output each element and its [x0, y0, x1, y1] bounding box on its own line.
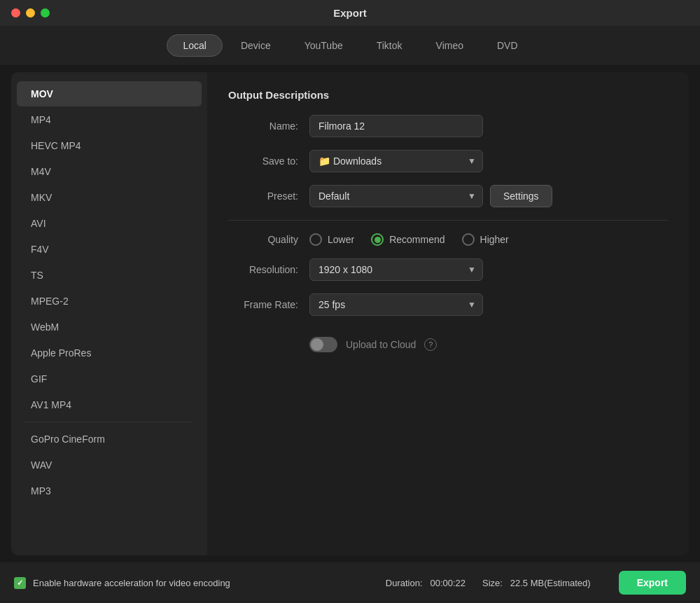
- settings-button[interactable]: Settings: [490, 185, 552, 207]
- duration-info: Duration: 00:00:22: [386, 578, 465, 588]
- tab-bar: Local Device YouTube Tiktok Vimeo DVD: [0, 26, 700, 65]
- sidebar-item-mp3[interactable]: MP3: [17, 478, 202, 504]
- preset-label: Preset:: [228, 190, 298, 202]
- tab-device[interactable]: Device: [225, 34, 286, 57]
- frame-rate-row: Frame Rate: 25 fps ▼: [228, 293, 668, 316]
- sidebar-item-gif[interactable]: GIF: [17, 366, 202, 391]
- separator-1: [228, 220, 668, 221]
- sidebar-item-gopro[interactable]: GoPro CineForm: [17, 427, 202, 452]
- minimize-button[interactable]: [26, 8, 35, 18]
- quality-recommend-radio-fill: [374, 237, 381, 243]
- sidebar-item-webm[interactable]: WebM: [17, 314, 202, 340]
- checkmark-icon: ✓: [17, 578, 23, 588]
- frame-rate-select[interactable]: 25 fps: [309, 293, 483, 316]
- frame-rate-select-wrapper: 25 fps ▼: [309, 293, 483, 316]
- resolution-label: Resolution:: [228, 264, 298, 275]
- resolution-select[interactable]: 1920 x 1080: [309, 258, 483, 281]
- main-content: MOV MP4 HEVC MP4 M4V MKV AVI F4V TS MPEG…: [11, 72, 689, 555]
- upload-cloud-toggle[interactable]: [309, 337, 337, 352]
- sidebar-item-f4v[interactable]: F4V: [17, 237, 202, 262]
- sidebar-item-hevc-mp4[interactable]: HEVC MP4: [17, 133, 202, 158]
- sidebar-item-avi[interactable]: AVI: [17, 211, 202, 236]
- save-to-select[interactable]: 📁 Downloads: [309, 150, 483, 172]
- sidebar-item-wav[interactable]: WAV: [17, 452, 202, 478]
- sidebar-item-av1-mp4[interactable]: AV1 MP4: [17, 392, 202, 417]
- name-input[interactable]: [309, 115, 483, 137]
- tab-tiktok[interactable]: Tiktok: [361, 34, 418, 57]
- hardware-accel-container: ✓ Enable hardware acceleration for video…: [14, 577, 230, 589]
- duration-value: 00:00:22: [430, 578, 465, 588]
- maximize-button[interactable]: [41, 8, 50, 18]
- hardware-accel-label: Enable hardware acceleration for video e…: [33, 578, 230, 588]
- size-label: Size:: [482, 578, 503, 588]
- resolution-row: Resolution: 1920 x 1080 ▼: [228, 258, 668, 281]
- window-title: Export: [333, 7, 367, 19]
- sidebar: MOV MP4 HEVC MP4 M4V MKV AVI F4V TS MPEG…: [11, 72, 207, 555]
- quality-higher-label: Higher: [480, 234, 509, 245]
- export-button[interactable]: Export: [619, 571, 686, 595]
- hardware-accel-checkbox[interactable]: ✓: [14, 577, 26, 589]
- quality-recommend-radio[interactable]: [371, 233, 384, 246]
- name-row: Name:: [228, 115, 668, 137]
- sidebar-item-mov[interactable]: MOV: [17, 81, 202, 106]
- frame-rate-label: Frame Rate:: [228, 299, 298, 310]
- quality-recommend-label: Recommend: [389, 234, 444, 245]
- upload-cloud-label: Upload to Cloud: [346, 339, 416, 350]
- resolution-select-wrapper: 1920 x 1080 ▼: [309, 258, 483, 281]
- sidebar-item-ts[interactable]: TS: [17, 263, 202, 288]
- sidebar-item-mpeg2[interactable]: MPEG-2: [17, 289, 202, 314]
- title-bar: Export: [0, 0, 700, 26]
- quality-lower-radio[interactable]: [309, 233, 322, 246]
- help-icon[interactable]: ?: [424, 338, 437, 351]
- save-to-row: Save to: 📁 Downloads ▼: [228, 150, 668, 172]
- size-info: Size: 22.5 MB(Estimated): [482, 578, 591, 588]
- quality-lower[interactable]: Lower: [309, 233, 354, 246]
- close-button[interactable]: [11, 8, 20, 18]
- cloud-row: Upload to Cloud ?: [228, 337, 668, 352]
- tab-youtube[interactable]: YouTube: [289, 34, 358, 57]
- name-label: Name:: [228, 120, 298, 132]
- preset-select-wrapper: Default ▼: [309, 185, 483, 207]
- quality-higher[interactable]: Higher: [462, 233, 509, 246]
- tab-vimeo[interactable]: Vimeo: [421, 34, 479, 57]
- sidebar-divider: [25, 422, 193, 422]
- bottom-info: Duration: 00:00:22 Size: 22.5 MB(Estimat…: [386, 571, 686, 595]
- bottom-bar: ✓ Enable hardware acceleration for video…: [0, 562, 700, 603]
- quality-higher-radio[interactable]: [462, 233, 475, 246]
- preset-select[interactable]: Default: [309, 185, 483, 207]
- preset-row: Preset: Default ▼ Settings: [228, 185, 668, 207]
- export-panel: Output Descriptions Name: Save to: 📁 Dow…: [207, 72, 689, 555]
- size-value: 22.5 MB(Estimated): [510, 578, 591, 588]
- duration-label: Duration:: [386, 578, 423, 588]
- sidebar-item-mp4[interactable]: MP4: [17, 107, 202, 132]
- sidebar-item-m4v[interactable]: M4V: [17, 159, 202, 184]
- save-to-select-wrapper: 📁 Downloads ▼: [309, 150, 483, 172]
- tab-local[interactable]: Local: [167, 34, 222, 57]
- quality-row: Quality Lower Recommend Higher: [228, 233, 668, 246]
- quality-lower-label: Lower: [328, 234, 354, 245]
- sidebar-item-apple-prores[interactable]: Apple ProRes: [17, 340, 202, 366]
- quality-label: Quality: [228, 234, 298, 245]
- tab-dvd[interactable]: DVD: [482, 34, 533, 57]
- toggle-knob: [311, 338, 323, 351]
- sidebar-item-mkv[interactable]: MKV: [17, 185, 202, 210]
- quality-recommend[interactable]: Recommend: [371, 233, 444, 246]
- section-title: Output Descriptions: [228, 89, 668, 101]
- window-controls: [11, 8, 50, 18]
- save-to-label: Save to:: [228, 155, 298, 167]
- quality-options: Lower Recommend Higher: [309, 233, 509, 246]
